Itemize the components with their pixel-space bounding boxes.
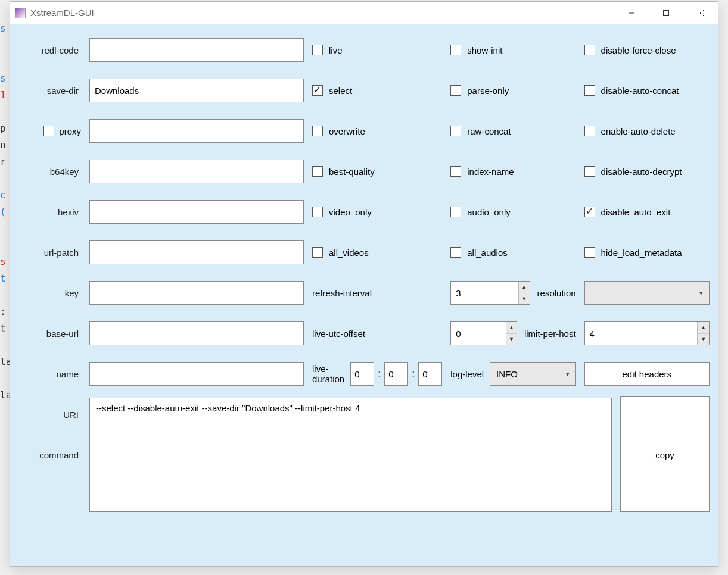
chevron-down-icon: ▾: [699, 289, 703, 297]
live-utc-offset-spinbox[interactable]: ▲▼: [450, 321, 517, 345]
titlebar[interactable]: XstreamDL-GUI: [10, 2, 718, 24]
label-url-patch: url-patch: [18, 248, 81, 258]
resolution-combo[interactable]: ▾: [584, 281, 710, 305]
label-command: command: [18, 450, 81, 460]
b64key-input[interactable]: [89, 160, 304, 183]
duration-m-input[interactable]: [384, 362, 408, 386]
label-hexiv: hexiv: [18, 207, 81, 217]
checkbox-enable-auto-delete[interactable]: enable-auto-delete: [584, 126, 710, 136]
label-log-level: log-level: [450, 369, 484, 379]
log-level-value: INFO: [496, 369, 518, 379]
checkbox-parse-only[interactable]: parse-only: [450, 85, 575, 96]
label-live-duration: live-duration: [312, 364, 344, 384]
hexiv-input[interactable]: [89, 200, 304, 224]
label-redl-code: redl-code: [18, 45, 81, 55]
minimize-button[interactable]: [614, 2, 649, 24]
checkbox-select[interactable]: select: [312, 85, 442, 96]
label-key: key: [18, 288, 81, 298]
redl-code-input[interactable]: [89, 38, 304, 62]
close-button[interactable]: [683, 2, 718, 24]
limit-per-host-spinbox[interactable]: ▲▼: [584, 321, 710, 345]
app-window: XstreamDL-GUI redl-code live show-init d…: [10, 1, 718, 567]
checkbox-disable-force-close[interactable]: disable-force-close: [584, 45, 710, 55]
chevron-down-icon: ▾: [566, 370, 570, 378]
checkbox-index-name[interactable]: index-name: [450, 166, 575, 177]
checkbox-live[interactable]: live: [312, 45, 442, 55]
label-resolution: resolution: [537, 288, 576, 298]
refresh-interval-input[interactable]: [451, 282, 518, 304]
label-save-dir: save-dir: [18, 86, 81, 96]
checkbox-show-init[interactable]: show-init: [450, 45, 575, 55]
spin-down-icon[interactable]: ▼: [519, 293, 530, 305]
log-level-combo[interactable]: INFO ▾: [490, 362, 576, 386]
spin-up-icon[interactable]: ▲: [698, 322, 709, 334]
checkbox-proxy-enable[interactable]: [43, 126, 54, 136]
duration-h-input[interactable]: [350, 362, 374, 386]
checkbox-all-videos[interactable]: all_videos: [312, 247, 442, 258]
spin-up-icon[interactable]: ▲: [519, 282, 530, 293]
checkbox-overwrite[interactable]: overwrite: [312, 126, 442, 136]
spin-down-icon[interactable]: ▼: [698, 334, 709, 345]
maximize-button[interactable]: [649, 2, 683, 24]
checkbox-raw-concat[interactable]: raw-concat: [450, 126, 575, 136]
checkbox-best-quality[interactable]: best-quality: [312, 166, 442, 177]
duration-s-input[interactable]: [418, 362, 442, 386]
base-url-input[interactable]: [89, 321, 304, 345]
url-patch-input[interactable]: [89, 240, 304, 264]
window-title: XstreamDL-GUI: [30, 8, 94, 18]
live-utc-offset-input[interactable]: [451, 322, 506, 345]
checkbox-all-audios[interactable]: all_audios: [450, 247, 575, 258]
app-icon: [15, 8, 26, 18]
command-output[interactable]: --select --disable-auto-exit --save-dir …: [89, 398, 612, 512]
label-b64key: b64key: [18, 167, 81, 177]
spin-up-icon[interactable]: ▲: [506, 322, 517, 334]
checkbox-audio-only[interactable]: audio_only: [450, 207, 575, 217]
label-base-url: base-url: [18, 329, 81, 339]
label-refresh-interval: refresh-interval: [312, 288, 372, 298]
checkbox-hide-load-metadata[interactable]: hide_load_metadata: [584, 247, 710, 258]
name-input[interactable]: [89, 362, 304, 386]
checkbox-disable-auto-decrypt[interactable]: disable-auto-decrypt: [584, 166, 710, 177]
svg-rect-1: [664, 10, 669, 15]
label-name: name: [18, 369, 81, 379]
refresh-interval-spinbox[interactable]: ▲▼: [450, 281, 530, 305]
edit-headers-button[interactable]: edit headers: [584, 362, 710, 386]
checkbox-disable-auto-exit[interactable]: disable_auto_exit: [584, 207, 710, 217]
label-limit-per-host: limit-per-host: [524, 329, 576, 339]
proxy-input[interactable]: [89, 119, 304, 143]
proxy-label-cell: proxy: [18, 126, 81, 136]
limit-per-host-input[interactable]: [585, 322, 698, 345]
live-duration-timebox: : :: [350, 362, 442, 386]
form-area: redl-code live show-init disable-force-c…: [10, 24, 718, 566]
checkbox-video-only[interactable]: video_only: [312, 207, 442, 217]
save-dir-input[interactable]: [89, 79, 304, 102]
copy-button[interactable]: copy: [620, 398, 710, 512]
key-input[interactable]: [89, 281, 304, 305]
spin-down-icon[interactable]: ▼: [506, 334, 517, 345]
label-proxy: proxy: [59, 126, 81, 136]
checkbox-disable-auto-concat[interactable]: disable-auto-concat: [584, 85, 710, 96]
label-live-utc-offset: live-utc-offset: [312, 329, 365, 339]
